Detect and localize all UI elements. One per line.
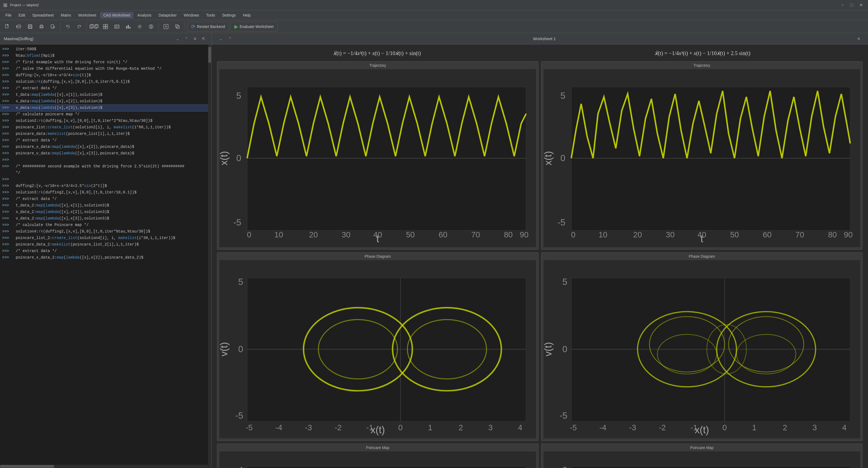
svg-text:-5: -5 [557,217,565,227]
svg-text:0: 0 [560,153,565,163]
svg-text:0: 0 [571,230,575,239]
svg-text:3: 3 [488,424,493,432]
scrollbar-h-thumb[interactable] [0,465,54,468]
window-title: Project — labplot2 [10,3,39,7]
worksheet-collapse-down-button[interactable]: ⌄ [217,35,225,42]
cas-line: >>> [0,157,211,163]
svg-text:-4: -4 [599,424,607,432]
table-button[interactable] [112,22,122,32]
menu-spreadsheet[interactable]: Spreadsheet [29,12,57,19]
color-button[interactable] [146,22,156,32]
trajectory-left-svg: t x(t) 5 0 -5 0 10 20 30 40 50 [219,69,536,247]
evaluate-worksheet-button[interactable]: ▶ Evaluate Worksheet [230,22,278,31]
cas-expand-button[interactable]: ⇱ [200,35,208,42]
menu-help[interactable]: Help [240,12,254,19]
cas-line: >>> poincare_list:create_list(solution2[… [0,124,211,131]
phase-left-title: Phase Diagram [217,253,538,259]
menu-windows[interactable]: Windows [180,12,203,19]
svg-rect-142 [544,451,860,468]
trajectory-left-container: t x(t) 5 0 -5 0 10 20 30 40 50 [217,68,538,249]
svg-rect-43 [247,87,526,230]
open-button[interactable] [13,22,24,32]
svg-text:2: 2 [459,424,463,432]
svg-text:20: 20 [633,230,642,239]
worksheet-close-button[interactable]: ✕ [855,35,863,42]
phase-right-svg: x(t) v(t) 5 0 -5 -5 -4 -3 -2 -1 0 1 [544,260,860,438]
svg-rect-5 [40,27,42,28]
svg-text:-5: -5 [235,410,243,420]
cas-line: >>> [0,176,211,183]
menubar: File Edit Spreadsheet Matrix Worksheet C… [0,10,868,20]
menu-worksheet[interactable]: Worksheet [75,12,99,19]
svg-text:0: 0 [236,153,241,163]
cas-collapse-down-button[interactable]: ⌄ [174,35,182,42]
menu-matrix[interactable]: Matrix [58,12,74,19]
vertical-scrollbar[interactable] [208,44,211,468]
cas-line: >>> v_data_2:map(lambda([x],x[3]),soluti… [0,215,211,222]
worksheet-title: Worksheet 1 [234,36,855,41]
cas-panel-title: Maxima(Duffing) [4,36,34,41]
menu-file[interactable]: File [2,12,15,19]
svg-text:10: 10 [275,230,283,239]
chart-button[interactable] [123,22,133,32]
cas-line: >>> %tau:bfloat(%pi)$ [0,53,211,59]
svg-rect-79 [247,278,526,422]
grid-button[interactable] [100,22,111,32]
undo-button[interactable] [63,22,73,32]
trajectory-right-plot: Trajectory t x(t) 5 0 -5 0 10 20 30 [541,61,863,250]
redo-button[interactable] [74,22,84,32]
svg-text:-2: -2 [335,424,342,432]
cas-line: >>> /* extract data */ [0,85,211,92]
menu-analysis[interactable]: Analysis [134,12,155,19]
menu-datapicker[interactable]: Datapicker [155,12,180,19]
play-icon: ▶ [235,24,238,30]
svg-text:5: 5 [562,277,567,287]
menu-edit[interactable]: Edit [16,12,29,19]
cas-line: >>> /* first example with the driving fo… [0,59,211,66]
save-button[interactable] [25,22,35,32]
cas-line-last[interactable]: >>> poincare_x_data_2:map(lambda([x],x[2… [0,254,211,261]
menu-settings[interactable]: Settings [219,12,239,19]
cas-line: >>> /* calculate poincare map */ [0,111,211,118]
svg-rect-125 [247,466,526,468]
svg-rect-13 [103,27,105,29]
svg-rect-3 [29,27,31,28]
svg-rect-26 [177,26,179,29]
cas-line: */ [0,170,211,176]
scrollbar-thumb[interactable] [208,46,211,63]
poincare-right-plot: Poincare Map x(t) v(t) 2 0 -2 -7 [541,444,863,468]
cas-editor[interactable]: >>> iter:500$ >>> %tau:bfloat(%pi)$ >>> … [0,44,211,468]
zoom-button[interactable] [172,22,183,32]
svg-text:30: 30 [342,230,350,239]
horizontal-scrollbar[interactable] [0,465,208,468]
svg-text:1: 1 [752,424,756,432]
maximize-button[interactable]: □ [848,1,856,9]
print-button[interactable] [36,22,46,32]
cas-collapse-up-button[interactable]: ⌃ [183,35,190,42]
toolbar: ⟳ Restart Backend ▶ Evaluate Worksheet [0,20,868,33]
cas-worksheet-panel: Maxima(Duffing) ⌄ ⌃ ✕ ⇱ >>> iter:500$ >>… [0,33,212,468]
svg-text:2: 2 [562,465,567,468]
menu-tools[interactable]: Tools [203,12,218,19]
restart-backend-button[interactable]: ⟳ Restart Backend [187,22,229,31]
cas-line: >>> solution4:rk(duffing2,[x,v],[0,0],[t… [0,228,211,235]
close-button[interactable]: ✕ [857,1,865,9]
menu-cas-worksheet[interactable]: CAS Worksheet [100,12,133,19]
settings-button[interactable] [134,22,145,32]
svg-text:5: 5 [236,91,241,101]
minimize-button[interactable]: − [839,1,846,9]
worksheet-panel: ⌄ ⌃ Worksheet 1 ✕ ẍ(t) = −1/4x³(t) + x(t… [212,33,868,468]
cas-line: >>> solution:rk(duffing,[x,v],[0,0],[t,0… [0,79,211,85]
svg-text:0: 0 [238,344,243,354]
cas-close-button[interactable]: ✕ [191,35,199,42]
new-button[interactable] [2,22,12,32]
trajectory-right-container: t x(t) 5 0 -5 0 10 20 30 40 50 60 [541,68,862,249]
svg-rect-19 [126,26,127,29]
cas-line-selected[interactable]: >>> v_data:map(lambda([x],x[3]),solution… [0,105,211,111]
zoom-fit-button[interactable] [161,22,171,32]
export-button[interactable] [48,22,58,32]
svg-rect-14 [106,27,108,29]
svg-text:v(t): v(t) [544,342,554,356]
copy-plus-button[interactable] [89,22,99,32]
worksheet-collapse-up-button[interactable]: ⌃ [226,35,234,42]
